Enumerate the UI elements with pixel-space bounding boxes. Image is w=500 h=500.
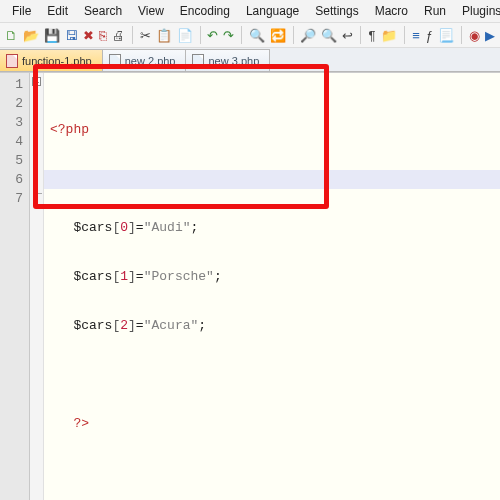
open-file-icon[interactable]: 📂 [22,26,40,44]
current-line-highlight [44,170,500,189]
print-icon[interactable]: 🖨 [111,26,126,44]
code-index: 1 [120,269,128,284]
code-string: "Acura" [144,318,199,333]
save-icon[interactable]: 💾 [43,26,61,44]
line-number-gutter: 1 2 3 4 5 6 7 [0,73,30,500]
zoom-in-icon[interactable]: 🔎 [299,26,317,44]
file-icon [109,54,121,68]
tab-new-2[interactable]: new 2.php [102,49,187,71]
record-macro-icon[interactable]: ◉ [468,26,481,44]
menu-search[interactable]: Search [78,3,128,19]
code-index: 2 [120,318,128,333]
code-var: $cars [73,220,112,235]
code-string: "Porsche" [144,269,214,284]
line-number: 5 [0,151,29,170]
save-all-icon[interactable]: 🖫 [64,26,79,44]
menu-file[interactable]: File [6,3,37,19]
toolbar-separator [360,26,361,44]
wrap-icon[interactable]: ↩ [341,26,354,44]
paste-icon[interactable]: 📄 [176,26,194,44]
code-string: "Audi" [144,220,191,235]
menu-encoding[interactable]: Encoding [174,3,236,19]
replace-icon[interactable]: 🔁 [269,26,287,44]
toolbar-separator [461,26,462,44]
line-number: 6 [0,170,29,189]
toolbar-separator [200,26,201,44]
menu-language[interactable]: Language [240,3,305,19]
func-list-icon[interactable]: ƒ [424,26,434,44]
menu-macro[interactable]: Macro [369,3,414,19]
line-number: 1 [0,75,29,94]
php-close-tag: ?> [73,416,89,431]
menu-settings[interactable]: Settings [309,3,364,19]
line-number: 3 [0,113,29,132]
tab-label: new 2.php [125,55,176,67]
code-area[interactable]: <?php $cars[0]="Audi"; $cars[1]="Porsche… [44,73,500,500]
code-index: 0 [120,220,128,235]
menu-view[interactable]: View [132,3,170,19]
play-macro-icon[interactable]: ▶ [484,26,496,44]
editor: 1 2 3 4 5 6 7 – <?php $cars[0]="Audi"; $… [0,72,500,500]
toolbar-separator [241,26,242,44]
doc-map-icon[interactable]: 📃 [437,26,455,44]
toolbar-separator [132,26,133,44]
code-var: $cars [73,318,112,333]
indent-guide-icon[interactable]: ≡ [411,26,421,44]
folder-icon[interactable]: 📁 [380,26,398,44]
tab-bar: function-1.php new 2.php new 3.php [0,48,500,72]
fold-toggle-icon[interactable]: – [32,77,41,86]
toolbar-separator [404,26,405,44]
menu-bar: File Edit Search View Encoding Language … [0,0,500,23]
file-icon [192,54,204,68]
file-icon [6,54,18,68]
fold-guide [36,87,37,205]
menu-plugins[interactable]: Plugins [456,3,500,19]
new-file-icon[interactable]: 🗋 [4,26,19,44]
copy-icon[interactable]: 📋 [155,26,173,44]
tab-label: function-1.php [22,55,92,67]
code-var: $cars [73,269,112,284]
showall-icon[interactable]: ¶ [367,26,377,44]
fold-column: – [30,73,44,500]
close-all-icon[interactable]: ⎘ [98,26,108,44]
fold-guide-end [36,193,42,194]
redo-icon[interactable]: ↷ [222,26,235,44]
menu-edit[interactable]: Edit [41,3,74,19]
tab-new-3[interactable]: new 3.php [185,49,270,71]
cut-icon[interactable]: ✂ [139,26,152,44]
close-icon[interactable]: ✖ [82,26,95,44]
toolbar-separator [293,26,294,44]
tab-function-1[interactable]: function-1.php [0,49,103,71]
php-open-tag: <?php [50,122,89,137]
undo-icon[interactable]: ↶ [206,26,219,44]
zoom-out-icon[interactable]: 🔍 [320,26,338,44]
toolbar: 🗋 📂 💾 🖫 ✖ ⎘ 🖨 ✂ 📋 📄 ↶ ↷ 🔍 🔁 🔎 🔍 ↩ ¶ 📁 ≡ … [0,23,500,48]
line-number: 2 [0,94,29,113]
line-number: 4 [0,132,29,151]
menu-run[interactable]: Run [418,3,452,19]
line-number: 7 [0,189,29,208]
tab-label: new 3.php [208,55,259,67]
find-icon[interactable]: 🔍 [248,26,266,44]
